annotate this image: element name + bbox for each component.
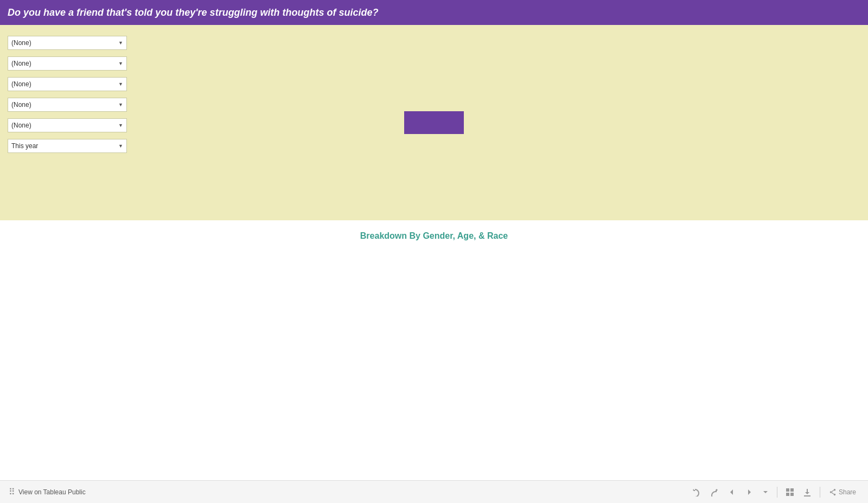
svg-rect-1	[790, 488, 794, 492]
bottom-left-section: ⠿ View on Tableau Public	[9, 487, 86, 497]
filter-1-select[interactable]: (None)	[8, 36, 127, 50]
view-on-tableau-link[interactable]: View on Tableau Public	[18, 488, 86, 496]
download-button[interactable]	[800, 486, 814, 499]
svg-point-6	[834, 493, 836, 495]
layout-icon	[786, 488, 794, 496]
filters-container: (None) (None) (None) (None) (None)	[8, 36, 860, 153]
svg-rect-3	[790, 493, 794, 496]
toolbar-divider-1	[777, 487, 777, 498]
bottom-right-section: Share	[690, 486, 859, 499]
filter-6-select[interactable]: This year	[8, 139, 127, 153]
main-content-area: (None) (None) (None) (None) (None)	[0, 25, 868, 220]
redo-button[interactable]	[707, 486, 722, 499]
filter-1-wrapper: (None)	[8, 36, 127, 50]
back-button[interactable]	[725, 486, 739, 499]
filter-5-wrapper: (None)	[8, 118, 127, 132]
filter-4-wrapper: (None)	[8, 98, 127, 112]
svg-line-7	[832, 490, 834, 492]
page-header: Do you have a friend that's told you the…	[0, 0, 868, 25]
forward-icon	[745, 488, 754, 496]
svg-point-5	[830, 491, 832, 493]
undo-button[interactable]	[690, 486, 704, 499]
filter-6-wrapper: This year	[8, 139, 127, 153]
filter-3-wrapper: (None)	[8, 77, 127, 91]
bottom-toolbar: ⠿ View on Tableau Public	[0, 480, 868, 503]
white-content-area	[0, 246, 868, 458]
filter-5-select[interactable]: (None)	[8, 118, 127, 132]
share-button[interactable]: Share	[826, 486, 859, 498]
download-icon	[803, 488, 812, 496]
filter-2-select[interactable]: (None)	[8, 56, 127, 71]
back-icon	[727, 488, 736, 496]
svg-rect-2	[786, 493, 789, 496]
purple-rectangle	[404, 111, 464, 134]
svg-rect-0	[786, 488, 789, 492]
toolbar-divider-2	[820, 487, 820, 498]
breakdown-title: Breakdown By Gender, Age, & Race	[360, 231, 508, 240]
forward-button[interactable]	[742, 486, 756, 499]
more-button[interactable]	[760, 487, 771, 498]
tableau-dots-icon: ⠿	[9, 487, 15, 497]
filter-2-wrapper: (None)	[8, 56, 127, 71]
layout-button[interactable]	[783, 486, 797, 499]
svg-point-4	[834, 488, 836, 491]
share-label: Share	[839, 488, 856, 496]
share-icon	[829, 488, 837, 496]
filter-4-select[interactable]: (None)	[8, 98, 127, 112]
filter-3-select[interactable]: (None)	[8, 77, 127, 91]
page-title: Do you have a friend that's told you the…	[8, 7, 379, 18]
redo-icon	[710, 488, 719, 496]
svg-line-8	[832, 492, 834, 494]
undo-icon	[693, 488, 701, 496]
breakdown-section: Breakdown By Gender, Age, & Race	[0, 220, 868, 246]
chevron-down-icon	[762, 489, 769, 495]
